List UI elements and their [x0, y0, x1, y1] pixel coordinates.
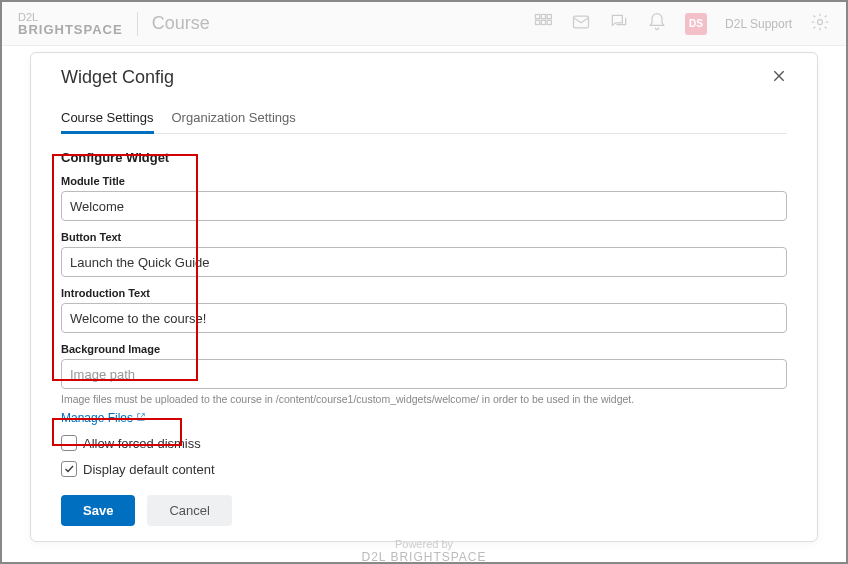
footer: Powered by D2L BRIGHTSPACE — [361, 538, 486, 564]
cancel-button[interactable]: Cancel — [147, 495, 231, 526]
apps-grid-icon[interactable] — [533, 12, 553, 36]
allow-dismiss-row: Allow forced dismiss — [61, 435, 787, 451]
svg-rect-5 — [547, 20, 551, 24]
bg-image-helper-text: Image files must be uploaded to the cour… — [61, 393, 787, 405]
bell-icon[interactable] — [647, 12, 667, 36]
manage-files-link[interactable]: Manage Files — [61, 411, 133, 425]
tab-organization-settings[interactable]: Organization Settings — [172, 104, 296, 133]
logo-area: D2L BRIGHTSPACE Course — [18, 12, 210, 36]
display-default-row: Display default content — [61, 461, 787, 477]
footer-brand: D2L BRIGHTSPACE — [361, 550, 486, 564]
user-name[interactable]: D2L Support — [725, 17, 792, 31]
chat-icon[interactable] — [609, 12, 629, 36]
module-title-input[interactable] — [61, 191, 787, 221]
top-right-icons: DS D2L Support — [533, 12, 830, 36]
gear-icon[interactable] — [810, 12, 830, 36]
svg-rect-1 — [541, 14, 545, 18]
user-avatar[interactable]: DS — [685, 13, 707, 35]
modal-title: Widget Config — [61, 67, 174, 88]
course-name[interactable]: Course — [152, 13, 210, 34]
svg-rect-2 — [547, 14, 551, 18]
display-default-label: Display default content — [83, 462, 215, 477]
external-link-icon — [136, 411, 146, 425]
logo-brand-text: BRIGHTSPACE — [18, 23, 123, 36]
svg-point-7 — [818, 19, 823, 24]
widget-config-modal: Widget Config Course Settings Organizati… — [30, 52, 818, 542]
svg-rect-0 — [536, 14, 540, 18]
close-icon[interactable] — [771, 68, 787, 88]
intro-text-input[interactable] — [61, 303, 787, 333]
allow-dismiss-label: Allow forced dismiss — [83, 436, 201, 451]
allow-dismiss-checkbox[interactable] — [61, 435, 77, 451]
button-text-label: Button Text — [61, 231, 787, 243]
svg-rect-3 — [536, 20, 540, 24]
logo-small-text: D2L — [18, 12, 123, 23]
mail-icon[interactable] — [571, 12, 591, 36]
brand-logo: D2L BRIGHTSPACE — [18, 12, 123, 36]
intro-text-label: Introduction Text — [61, 287, 787, 299]
tab-course-settings[interactable]: Course Settings — [61, 104, 154, 134]
display-default-checkbox[interactable] — [61, 461, 77, 477]
svg-rect-4 — [541, 20, 545, 24]
save-button[interactable]: Save — [61, 495, 135, 526]
configure-widget-heading: Configure Widget — [61, 150, 787, 165]
svg-rect-6 — [574, 16, 589, 28]
tabs: Course Settings Organization Settings — [61, 104, 787, 134]
button-text-input[interactable] — [61, 247, 787, 277]
topbar: D2L BRIGHTSPACE Course DS D2L Support — [2, 2, 846, 46]
manage-files-row: Manage Files — [61, 411, 787, 425]
modal-actions: Save Cancel — [61, 495, 787, 526]
modal-header: Widget Config — [61, 67, 787, 88]
bg-image-label: Background Image — [61, 343, 787, 355]
footer-powered: Powered by — [361, 538, 486, 550]
module-title-label: Module Title — [61, 175, 787, 187]
vertical-divider — [137, 12, 138, 36]
bg-image-input[interactable] — [61, 359, 787, 389]
